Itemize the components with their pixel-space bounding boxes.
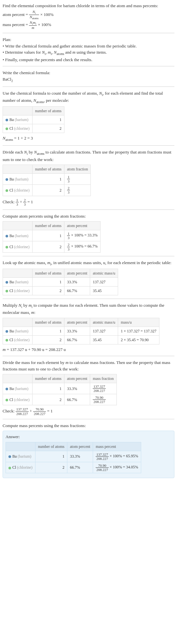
count-table: number of atoms Ba (barium) 1 Cl (chlori… (3, 106, 64, 133)
divider (3, 66, 174, 66)
table-row: Ba (barium) 1 13 × 100% = 33.3% (3, 230, 101, 241)
mass-calc-table: number of atomsatom percentatomic mass/u… (3, 318, 159, 344)
divider (3, 256, 174, 256)
mass-calc-section: Multiply Ni by mi to compute the mass fo… (3, 302, 174, 353)
chlorine-dot-icon (6, 399, 8, 401)
intro: Find the elemental composition for bariu… (3, 3, 174, 30)
mass-percent-section: Compute mass percents using the mass fra… (3, 423, 174, 478)
chemical-formula-heading: Write the chemical formula: (3, 70, 174, 76)
atom-fraction-section: Divide each Ni by Natoms to calculate at… (3, 149, 174, 206)
atom-percent-section: Compute atom percents using the atom fra… (3, 213, 174, 253)
mass-percent-formula: mass percent = Nimi m × 100% (3, 20, 174, 30)
chlorine-dot-icon (6, 339, 8, 342)
plan-bullet-1: • Write the chemical formula and gather … (3, 43, 174, 49)
barium-dot-icon (6, 119, 8, 121)
table-row: Ba (barium) 1 33.3% 137.327 1 × 137.327 … (3, 327, 159, 335)
atomic-mass-section: Look up the atomic mass, mi, in unified … (3, 260, 174, 295)
count-atoms-text: Use the chemical formula to count the nu… (3, 90, 174, 104)
barium-dot-icon (6, 388, 8, 390)
atom-fraction-text: Divide each Ni by Natoms to calculate at… (3, 149, 174, 163)
atomic-mass-table: number of atomsatom percentatomic mass/u… (3, 269, 118, 295)
mass-fraction-check: Check: 137.327208.227 + 70.90208.227 = 1 (3, 407, 174, 415)
table-row: Cl (chlorine) 2 23 (3, 185, 91, 196)
chlorine-dot-icon (6, 189, 8, 192)
table-row: Cl (chlorine) 2 66.7% 70.90208.227 (3, 394, 117, 405)
chlorine-dot-icon (8, 467, 11, 469)
barium-dot-icon (8, 455, 11, 458)
atom-percent-text: Compute atom percents using the atom fra… (3, 213, 174, 220)
atom-percent-formula: atom percent = Ni Natoms × 100% (3, 10, 174, 20)
table-row: Cl (chlorine) 2 66.7% 35.45 (3, 286, 118, 295)
answer-box: Answer: number of atomsatom percentmass … (3, 431, 174, 478)
chemical-formula-section: Write the chemical formula: BaCl2 (3, 70, 174, 83)
table-row: Cl (chlorine) 2 23 × 100% = 66.7% (3, 241, 101, 252)
barium-dot-icon (6, 178, 8, 181)
chlorine-dot-icon (6, 246, 8, 248)
mass-fraction-table: number of atomsatom percentmass fraction… (3, 374, 117, 405)
divider (3, 87, 174, 87)
divider (3, 33, 174, 33)
table-row: Cl (chlorine) 2 66.7% 70.90208.227 × 100… (6, 462, 141, 473)
barium-dot-icon (6, 235, 8, 237)
mass-fraction-section: Divide the mass for each element by m to… (3, 359, 174, 416)
plan-bullet-3: • Finally, compute the percents and chec… (3, 57, 174, 63)
answer-label: Answer: (6, 434, 171, 440)
chlorine-dot-icon (6, 290, 8, 292)
atom-percent-table: number of atomsatom percent Ba (barium) … (3, 221, 101, 252)
divider (3, 419, 174, 419)
barium-dot-icon (6, 281, 8, 284)
table-row: Ba (barium) 1 (3, 115, 64, 124)
atomic-mass-text: Look up the atomic mass, mi, in unified … (3, 260, 174, 267)
table-row: Ba (barium) 1 33.3% 137.327 (3, 277, 118, 286)
divider (3, 299, 174, 299)
divider (3, 356, 174, 356)
table-row: Ba (barium) 1 33.3% 137.327208.227 (3, 383, 117, 394)
divider (3, 209, 174, 210)
table-row: Ba (barium) 1 13 (3, 174, 91, 185)
chemical-formula: BaCl2 (3, 76, 174, 83)
plan-bullet-2: • Determine values for Ni, mi, Natoms an… (3, 49, 174, 56)
atom-fraction-check: Check: 13 + 23 = 1 (3, 198, 174, 206)
answer-table: number of atomsatom percentmass percent … (6, 442, 141, 473)
plan-heading: Plan: (3, 36, 174, 43)
natoms-equation: Natoms = 1 + 2 = 3 (3, 135, 174, 142)
plan: Plan: • Write the chemical formula and g… (3, 36, 174, 63)
intro-text: Find the elemental composition for bariu… (3, 3, 174, 9)
mass-calc-text: Multiply Ni by mi to compute the mass fo… (3, 302, 174, 316)
molecular-mass-equation: m = 137.327 u + 70.90 u = 208.227 u (3, 346, 174, 353)
count-atoms-section: Use the chemical formula to count the nu… (3, 90, 174, 142)
table-row: Cl (chlorine) 2 (3, 124, 64, 133)
table-row: Cl (chlorine) 2 66.7% 35.45 2 × 35.45 = … (3, 335, 159, 344)
atom-fraction-table: number of atomsatom fraction Ba (barium)… (3, 165, 91, 196)
table-row: Ba (barium) 1 33.3% 137.327208.227 × 100… (6, 451, 141, 462)
mass-percent-text: Compute mass percents using the mass fra… (3, 423, 174, 429)
mass-fraction-text: Divide the mass for each element by m to… (3, 359, 174, 372)
divider (3, 145, 174, 146)
barium-dot-icon (6, 330, 8, 333)
chlorine-dot-icon (6, 127, 8, 130)
